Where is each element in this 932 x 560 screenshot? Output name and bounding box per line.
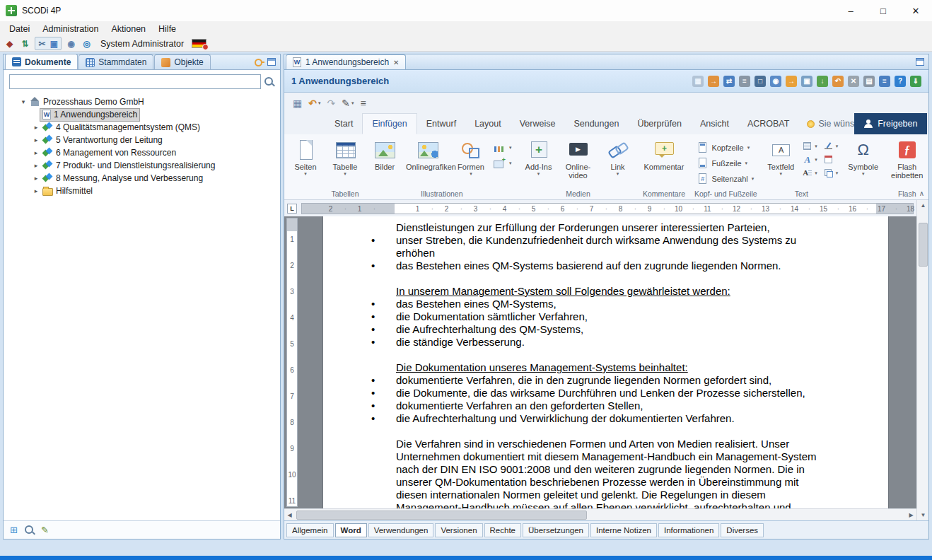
minimize-button[interactable]: – <box>834 0 867 21</box>
signature-line-button[interactable]: ▾ <box>823 141 839 151</box>
expand-icon[interactable]: ▸ <box>32 187 40 194</box>
key-icon[interactable] <box>254 56 265 67</box>
textfeld-button[interactable]: Textfeld ▾ <box>764 136 797 177</box>
stamp-icon[interactable] <box>65 37 77 49</box>
tree-item-hilfsmittel[interactable]: ▸ Hilfsmittel <box>5 185 279 197</box>
quickparts-button[interactable]: ▾ <box>802 141 817 151</box>
expand-icon[interactable]: ▸ <box>32 162 40 169</box>
forward-icon[interactable] <box>786 76 797 87</box>
tab-diverses[interactable]: Diverses <box>721 523 764 537</box>
copy-icon[interactable] <box>801 76 812 87</box>
ribbon-tab-einfuegen[interactable]: Einfügen <box>362 113 417 134</box>
expand-icon[interactable]: ▸ <box>32 136 40 144</box>
scrollbar-thumb[interactable] <box>296 511 587 520</box>
print-icon[interactable] <box>739 76 750 87</box>
tab-stop-selector[interactable]: L <box>287 204 297 214</box>
tree-item-verantwortung[interactable]: ▸ 5 Verantwortung der Leitung <box>5 134 279 146</box>
protocol-icon[interactable] <box>879 76 890 87</box>
edit-icon[interactable] <box>41 525 49 535</box>
kommentar-button[interactable]: Kommentar <box>641 136 687 171</box>
hierarchy-icon[interactable] <box>10 525 18 535</box>
link-button[interactable]: Link ▾ <box>602 136 634 177</box>
scrollbar-thumb[interactable] <box>919 223 928 267</box>
tree-item-management-ressourcen[interactable]: ▸ 6 Management von Ressourcen <box>5 146 279 159</box>
tab-versionen[interactable]: Versionen <box>435 523 482 537</box>
export-icon[interactable] <box>910 76 921 87</box>
fusszeile-button[interactable]: Fußzeile ▾ <box>694 156 757 170</box>
checkin-icon[interactable] <box>708 76 719 87</box>
save-icon[interactable] <box>293 98 302 109</box>
tree-item-qms[interactable]: ▸ 4 Qualitätsmanagementsystem (QMS) <box>5 121 279 134</box>
ribbon-tab-verweise[interactable]: Verweise <box>511 113 565 134</box>
kopfzeile-button[interactable]: Kopfzeile ▾ <box>694 140 757 155</box>
expand-icon[interactable]: ▸ <box>32 175 40 182</box>
document-tab[interactable]: 1 Anwendungsbereich ✕ <box>286 54 406 69</box>
menu-hilfe[interactable]: Hilfe <box>152 23 182 35</box>
cut-icon[interactable] <box>36 37 48 49</box>
seitenzahl-button[interactable]: Seitenzahl ▾ <box>694 171 757 186</box>
vertical-scrollbar[interactable]: ▲ ▼ <box>916 200 928 520</box>
search-icon[interactable] <box>24 525 35 535</box>
formen-button[interactable]: Formen ▾ <box>455 136 487 177</box>
screenshot-button[interactable]: ▾ <box>489 156 515 170</box>
menu-datei[interactable]: Datei <box>3 23 36 35</box>
onlinevideo-button[interactable]: Online-video <box>562 136 595 180</box>
tab-informationen[interactable]: Informationen <box>658 523 719 537</box>
object-button[interactable]: ▾ <box>823 168 839 178</box>
tabelle-button[interactable]: Tabelle ▾ <box>329 136 361 177</box>
help-icon[interactable] <box>895 76 906 87</box>
datetime-button[interactable] <box>823 154 839 165</box>
back-icon[interactable] <box>4 37 16 49</box>
redo-icon[interactable] <box>327 98 335 109</box>
tab-uebersetzungen[interactable]: Übersetzungen <box>523 523 589 537</box>
scroll-left-icon[interactable]: ◀ <box>284 509 295 521</box>
ribbon-tab-acrobat[interactable]: ACROBAT <box>738 113 799 134</box>
ribbon-tab-ueberpruefen[interactable]: Überprüfen <box>628 113 691 134</box>
ribbon-tab-entwurf[interactable]: Entwurf <box>417 113 465 134</box>
scroll-up-icon[interactable]: ▲ <box>917 200 929 211</box>
customize-toolbar-icon[interactable] <box>360 98 366 109</box>
search-input[interactable] <box>9 74 261 89</box>
workflow-icon[interactable] <box>19 37 31 49</box>
scroll-right-icon[interactable]: ▶ <box>906 509 916 521</box>
panel-toggle-icon[interactable] <box>267 58 276 66</box>
tree-item-anwendungsbereich[interactable]: 1 Anwendungsbereich <box>5 108 279 121</box>
tab-interne-notizen[interactable]: Interne Notizen <box>590 523 657 537</box>
seiten-button[interactable]: Seiten ▾ <box>289 136 322 177</box>
ribbon-tab-ansicht[interactable]: Ansicht <box>691 113 738 134</box>
tab-objekte[interactable]: Objekte <box>154 54 210 69</box>
save-icon[interactable] <box>692 76 704 87</box>
flash-button[interactable]: Flash einbetten <box>888 136 926 180</box>
dropcap-button[interactable]: ▾ <box>802 168 817 178</box>
wordart-button[interactable]: ▾ <box>802 154 817 165</box>
web-icon[interactable] <box>81 37 93 49</box>
expand-icon[interactable]: ▸ <box>32 124 40 131</box>
horizontal-scrollbar[interactable]: ◀ ▶ <box>284 508 916 520</box>
panel-restore-icon[interactable] <box>916 58 924 66</box>
scroll-down-icon[interactable]: ▼ <box>917 510 929 520</box>
pen-icon[interactable]: ▾ <box>342 98 354 109</box>
expand-icon[interactable]: ▸ <box>32 149 40 156</box>
tree-item-produkt[interactable]: ▸ 7 Produkt- und Dienstleistungsrealisie… <box>5 159 279 172</box>
tree-root[interactable]: ▾ Prozesshaus Demo GmbH <box>5 95 279 108</box>
document-page[interactable]: Dienstleistungen zur Erfüllung der Forde… <box>322 216 889 508</box>
collapse-ribbon-icon[interactable]: ∧ <box>919 189 924 197</box>
watch-icon[interactable] <box>770 76 781 87</box>
ribbon-tab-layout[interactable]: Layout <box>465 113 511 134</box>
tab-dokumente[interactable]: Dokumente <box>5 54 78 69</box>
close-icon[interactable]: ✕ <box>393 59 399 66</box>
undo-checkout-icon[interactable] <box>832 76 844 87</box>
bilder-button[interactable]: Bilder <box>368 136 401 171</box>
maximize-button[interactable]: □ <box>867 0 899 21</box>
chart-button[interactable]: ▾ <box>489 140 515 155</box>
addins-button[interactable]: Add-Ins ▾ <box>523 136 555 177</box>
symbole-button[interactable]: Symbole ▾ <box>845 136 881 177</box>
copy-icon[interactable] <box>48 37 60 49</box>
share-button[interactable]: Freigeben <box>854 113 927 134</box>
undo-icon[interactable]: ▾ <box>308 98 320 109</box>
tab-verwendungen[interactable]: Verwendungen <box>368 523 434 537</box>
tree-item-messung[interactable]: ▸ 8 Messung, Analyse und Verbesserung <box>5 172 279 185</box>
ribbon-tab-start[interactable]: Start <box>325 113 362 134</box>
import-icon[interactable] <box>817 76 828 87</box>
close-button[interactable]: ✕ <box>899 0 932 21</box>
